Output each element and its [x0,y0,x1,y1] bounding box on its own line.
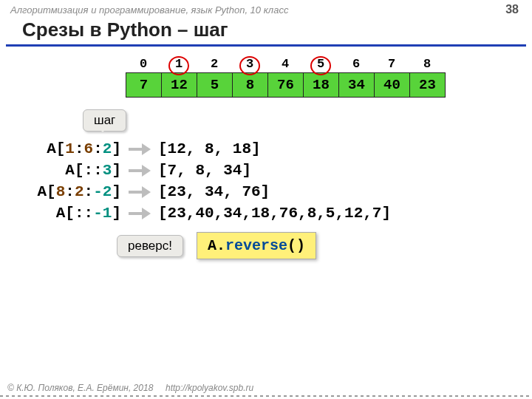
slice-expr: A[1:6:2] [25,140,121,157]
circle-icon [168,56,189,75]
arrow-icon [129,186,151,198]
array-cell: 40 [374,72,409,98]
index: 7 [374,57,409,71]
footer-rule [0,395,532,397]
example-line: A[8:2:-2] [23, 34, 76] [25,183,532,200]
slice-examples: A[1:6:2] [12, 8, 18] A[::3] [7, 8, 34] A… [25,140,532,222]
array-cell: 18 [303,72,338,98]
index: 6 [338,57,374,71]
index: 4 [267,57,303,71]
slide-title: Срезы в Python – шаг [0,17,532,44]
footer: © К.Ю. Поляков, Е.А. Ерёмин, 2018 http:/… [7,383,253,393]
example-line: A[::-1] [23,40,34,18,76,8,5,12,7] [25,205,532,222]
slice-result: [12, 8, 18] [158,140,261,157]
reverse-row: реверс! A.reverse() [117,232,532,259]
code-reverse: A.reverse() [197,232,316,259]
array-cell: 34 [338,72,374,98]
index: 2 [197,57,232,71]
array-cell: 12 [161,72,197,98]
array-cell: 23 [409,72,446,98]
array-cell: 7 [126,72,161,98]
array-cell: 8 [232,72,267,98]
slice-result: [23,40,34,18,76,8,5,12,7] [158,205,391,222]
title-rule [6,44,526,47]
arrow-icon [129,208,151,219]
slice-expr: A[::-1] [25,205,121,222]
slice-result: [23, 34, 76] [158,183,270,200]
arrow-icon [129,143,151,155]
array-cell: 76 [267,72,303,98]
page-number: 38 [505,3,519,16]
example-line: A[::3] [7, 8, 34] [25,162,532,179]
index: 8 [409,57,445,71]
array-row: 7 12 5 8 76 18 34 40 23 [126,72,532,98]
lecture-header: Алгоритмизация и программирование, язык … [0,0,532,17]
bubble-reverse: реверс! [117,235,183,257]
footer-authors: © К.Ю. Поляков, Е.А. Ерёмин, 2018 [7,383,153,393]
array-cell: 5 [197,72,232,98]
footer-url: http://kpolyakov.spb.ru [166,383,253,393]
index: 5 [303,57,338,71]
example-line: A[1:6:2] [12, 8, 18] [25,140,532,157]
index-row: 0 1 2 3 4 5 6 7 8 [126,57,532,71]
index: 3 [232,57,267,71]
arrow-icon [129,165,151,177]
slice-expr: A[8:2:-2] [25,183,121,200]
slice-expr: A[::3] [25,162,121,179]
index: 1 [161,57,197,71]
circle-icon [239,56,260,75]
index: 0 [126,57,161,71]
slice-result: [7, 8, 34] [158,162,251,179]
circle-icon [310,56,331,75]
bubble-step: шаг [83,109,126,132]
